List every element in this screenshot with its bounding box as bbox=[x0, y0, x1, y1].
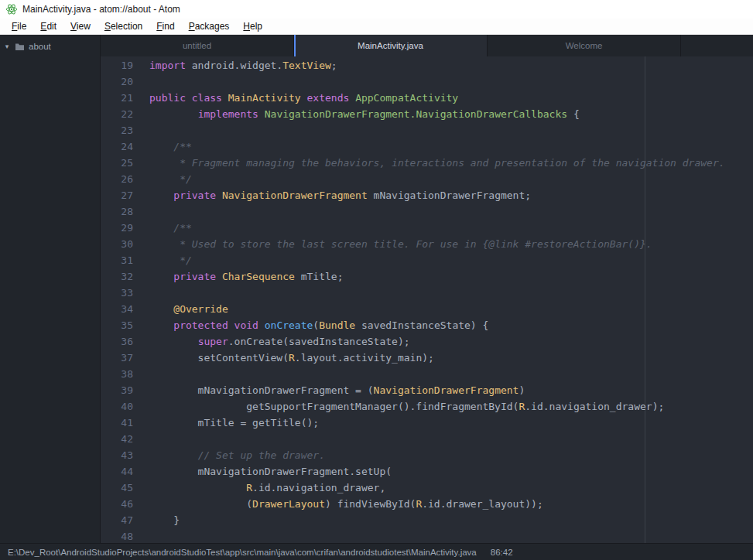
line-number[interactable]: 23 bbox=[101, 122, 139, 138]
code-line[interactable]: 27 private NavigationDrawerFragment mNav… bbox=[101, 187, 753, 203]
code-line[interactable]: 47 } bbox=[101, 512, 753, 528]
code-text: */ bbox=[139, 252, 192, 268]
main-area: ▾ about untitledMainActivity.javaWelcome… bbox=[0, 35, 753, 543]
line-number[interactable]: 33 bbox=[101, 285, 139, 301]
code-line[interactable]: 33 bbox=[101, 285, 753, 301]
code-text bbox=[139, 285, 149, 301]
code-text: */ bbox=[139, 171, 192, 187]
line-number[interactable]: 19 bbox=[101, 57, 139, 73]
code-text: * Fragment managing the behaviors, inter… bbox=[139, 155, 725, 171]
tab-untitled[interactable]: untitled bbox=[101, 35, 294, 56]
code-lines: 19import android.widget.TextView;2021pub… bbox=[101, 57, 753, 543]
code-text: /** bbox=[139, 138, 192, 155]
text-editor[interactable]: 19import android.widget.TextView;2021pub… bbox=[101, 56, 753, 543]
code-line[interactable]: 34 @Override bbox=[101, 301, 753, 317]
line-number[interactable]: 36 bbox=[101, 333, 139, 350]
code-line[interactable]: 24 /** bbox=[101, 138, 753, 155]
line-number[interactable]: 29 bbox=[101, 220, 139, 236]
chevron-down-icon[interactable]: ▾ bbox=[3, 43, 11, 50]
line-number[interactable]: 28 bbox=[101, 203, 139, 220]
line-number[interactable]: 44 bbox=[101, 463, 139, 480]
code-text: mNavigationDrawerFragment.setUp( bbox=[139, 463, 392, 480]
tab-welcome[interactable]: Welcome bbox=[488, 35, 681, 56]
menu-item-help[interactable]: Help bbox=[236, 19, 269, 33]
line-number[interactable]: 31 bbox=[101, 252, 139, 268]
code-line[interactable]: 29 /** bbox=[101, 220, 753, 236]
line-number[interactable]: 25 bbox=[101, 155, 139, 171]
code-line[interactable]: 45 R.id.navigation_drawer, bbox=[101, 480, 753, 496]
line-number[interactable]: 45 bbox=[101, 480, 139, 496]
line-number[interactable]: 20 bbox=[101, 73, 139, 90]
line-number[interactable]: 39 bbox=[101, 382, 139, 398]
menu-item-selection[interactable]: Selection bbox=[98, 19, 149, 33]
atom-icon bbox=[5, 3, 18, 15]
code-line[interactable]: 40 getSupportFragmentManager().findFragm… bbox=[101, 398, 753, 415]
line-number[interactable]: 32 bbox=[101, 268, 139, 285]
code-line[interactable]: 48 bbox=[101, 528, 753, 543]
cursor-position[interactable]: 86:42 bbox=[491, 548, 513, 557]
menu-item-packages[interactable]: Packages bbox=[182, 19, 237, 33]
tab-bar: untitledMainActivity.javaWelcome bbox=[101, 35, 753, 56]
code-text: mTitle = getTitle(); bbox=[139, 415, 319, 431]
code-line[interactable]: 25 * Fragment managing the behaviors, in… bbox=[101, 155, 753, 171]
code-line[interactable]: 21public class MainActivity extends AppC… bbox=[101, 90, 753, 106]
line-number[interactable]: 48 bbox=[101, 528, 139, 543]
tree-item-about[interactable]: ▾ about bbox=[0, 40, 100, 53]
code-line[interactable]: 36 super.onCreate(savedInstanceState); bbox=[101, 333, 753, 350]
code-text bbox=[139, 73, 149, 90]
code-line[interactable]: 31 */ bbox=[101, 252, 753, 268]
code-text: super.onCreate(savedInstanceState); bbox=[139, 333, 410, 350]
window-title: MainActivity.java - atom://about - Atom bbox=[22, 4, 180, 15]
code-line[interactable]: 42 bbox=[101, 431, 753, 447]
code-text: * Used to store the last screen title. F… bbox=[139, 236, 652, 252]
line-number[interactable]: 41 bbox=[101, 415, 139, 431]
line-number[interactable]: 34 bbox=[101, 301, 139, 317]
code-line[interactable]: 44 mNavigationDrawerFragment.setUp( bbox=[101, 463, 753, 480]
line-number[interactable]: 42 bbox=[101, 431, 139, 447]
code-line[interactable]: 26 */ bbox=[101, 171, 753, 187]
code-line[interactable]: 20 bbox=[101, 73, 753, 90]
line-number[interactable]: 27 bbox=[101, 187, 139, 203]
menu-item-find[interactable]: Find bbox=[149, 19, 181, 33]
code-line[interactable]: 23 bbox=[101, 122, 753, 138]
line-number[interactable]: 46 bbox=[101, 496, 139, 512]
code-line[interactable]: 46 (DrawerLayout) findViewById(R.id.draw… bbox=[101, 496, 753, 512]
line-number[interactable]: 22 bbox=[101, 106, 139, 122]
tree-item-label: about bbox=[29, 42, 51, 51]
code-line[interactable]: 22 implements NavigationDrawerFragment.N… bbox=[101, 106, 753, 122]
code-text: implements NavigationDrawerFragment.Navi… bbox=[139, 106, 580, 122]
line-number[interactable]: 24 bbox=[101, 138, 139, 155]
editor-pane: untitledMainActivity.javaWelcome 19impor… bbox=[101, 35, 753, 543]
menu-bar: FileEditViewSelectionFindPackagesHelp bbox=[0, 19, 753, 35]
code-text: } bbox=[139, 512, 180, 528]
code-line[interactable]: 32 private CharSequence mTitle; bbox=[101, 268, 753, 285]
line-number[interactable]: 35 bbox=[101, 317, 139, 333]
status-bar: E:\Dev_Root\AndroidStudioProjects\androi… bbox=[0, 543, 753, 560]
code-line[interactable]: 19import android.widget.TextView; bbox=[101, 57, 753, 73]
line-number[interactable]: 40 bbox=[101, 398, 139, 415]
code-line[interactable]: 28 bbox=[101, 203, 753, 220]
line-number[interactable]: 26 bbox=[101, 171, 139, 187]
line-number[interactable]: 30 bbox=[101, 236, 139, 252]
code-line[interactable]: 30 * Used to store the last screen title… bbox=[101, 236, 753, 252]
folder-icon bbox=[15, 43, 25, 51]
code-text: (DrawerLayout) findViewById(R.id.drawer_… bbox=[139, 496, 543, 512]
menu-item-edit[interactable]: Edit bbox=[33, 19, 63, 33]
code-line[interactable]: 41 mTitle = getTitle(); bbox=[101, 415, 753, 431]
code-text: public class MainActivity extends AppCom… bbox=[139, 90, 458, 106]
code-line[interactable]: 35 protected void onCreate(Bundle savedI… bbox=[101, 317, 753, 333]
code-text: protected void onCreate(Bundle savedInst… bbox=[139, 317, 488, 333]
tab-mainactivity-java[interactable]: MainActivity.java bbox=[294, 35, 488, 56]
code-line[interactable]: 38 bbox=[101, 366, 753, 382]
menu-item-file[interactable]: File bbox=[5, 19, 33, 33]
line-number[interactable]: 37 bbox=[101, 350, 139, 366]
code-line[interactable]: 39 mNavigationDrawerFragment = (Navigati… bbox=[101, 382, 753, 398]
code-line[interactable]: 37 setContentView(R.layout.activity_main… bbox=[101, 350, 753, 366]
line-number[interactable]: 43 bbox=[101, 447, 139, 463]
line-number[interactable]: 47 bbox=[101, 512, 139, 528]
line-number[interactable]: 38 bbox=[101, 366, 139, 382]
line-number[interactable]: 21 bbox=[101, 90, 139, 106]
code-text: mNavigationDrawerFragment = (NavigationD… bbox=[139, 382, 525, 398]
menu-item-view[interactable]: View bbox=[63, 19, 98, 33]
code-line[interactable]: 43 // Set up the drawer. bbox=[101, 447, 753, 463]
